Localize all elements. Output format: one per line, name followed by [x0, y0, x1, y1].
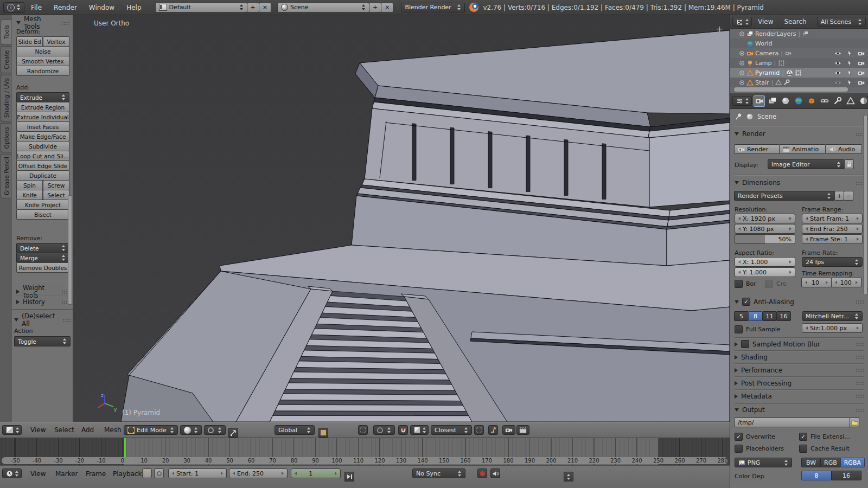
tab-render-layers[interactable] — [767, 95, 778, 107]
render-engine-selector[interactable]: Blender Render — [401, 3, 465, 12]
render-panel-header[interactable]: Render — [735, 130, 864, 138]
start-frame-field[interactable]: Start Fram: 1 — [802, 214, 863, 223]
screen-layout-selector[interactable]: Default — [155, 3, 247, 12]
depth-button[interactable]: 16 — [831, 471, 861, 480]
outliner-editor-type-button[interactable] — [732, 17, 752, 27]
screw-button[interactable]: Screw — [43, 180, 69, 190]
collapsed-panel-header[interactable]: Performance — [735, 363, 864, 376]
action-dropdown[interactable]: Toggle — [14, 336, 71, 346]
tool-button[interactable]: Randomize — [16, 66, 69, 76]
crop-checkbox[interactable]: Cro — [765, 280, 787, 288]
antialiasing-checkbox[interactable] — [742, 298, 750, 306]
delete-layout-button[interactable]: × — [259, 3, 271, 12]
slide-edge-button[interactable]: Slide Ed — [16, 36, 43, 47]
tool-button[interactable]: Duplicate — [16, 170, 69, 181]
merge-dropdown[interactable]: Merge — [16, 253, 69, 263]
tool-button[interactable]: Noise — [16, 46, 69, 56]
visibility-eye-icon[interactable] — [834, 50, 841, 57]
panel-grip[interactable] — [61, 21, 69, 25]
tool-button[interactable]: Inset Faces — [16, 121, 69, 132]
aa-sample-button[interactable]: 11 — [762, 311, 777, 321]
outliner-scope-dropdown[interactable]: All Scenes — [817, 17, 866, 27]
tab-options[interactable]: Options — [1, 123, 11, 152]
resolution-x-field[interactable]: X: 1920 px — [735, 214, 795, 223]
outliner-row-camera[interactable]: Camera| — [730, 48, 868, 58]
properties-editor-type-button[interactable] — [732, 96, 752, 106]
topbar-menu[interactable]: Render — [48, 4, 82, 11]
aa-sample-button[interactable]: 16 — [776, 311, 791, 321]
visibility-eye-icon[interactable] — [834, 60, 841, 67]
info-editor-button[interactable]: i — [3, 2, 24, 13]
history-panel-header[interactable]: History — [16, 298, 69, 306]
opengl-render-button[interactable] — [502, 425, 515, 435]
tool-button[interactable]: Smooth Vertex — [16, 56, 69, 66]
face-select-mode-button[interactable] — [318, 428, 328, 438]
border-checkbox[interactable]: Bor — [735, 280, 756, 288]
timeline-editor-type-button[interactable] — [2, 468, 22, 478]
occlude-geometry-button[interactable] — [358, 425, 368, 435]
timeline-marker-menu[interactable]: Marker — [50, 470, 83, 478]
tool-button[interactable]: Offset Edge Slide — [16, 160, 69, 171]
resolution-y-field[interactable]: Y: 1080 px — [735, 224, 795, 234]
remove-preset-button[interactable]: − — [844, 191, 853, 201]
visibility-eye-icon[interactable] — [834, 79, 841, 86]
expand-icon[interactable] — [739, 60, 745, 66]
tab-render[interactable] — [754, 95, 765, 107]
expand-icon[interactable] — [739, 70, 745, 76]
collapsed-panel-header[interactable]: Post Processing — [735, 376, 864, 389]
outliner-row-stair[interactable]: Stair| — [730, 78, 868, 87]
output-checkbox[interactable]: File Extensi... — [799, 433, 864, 441]
snap-peel-button[interactable] — [474, 425, 484, 435]
selectability-cursor-icon[interactable] — [846, 79, 853, 86]
timeline-view-menu[interactable]: View — [25, 470, 51, 478]
auto-keyframe-button[interactable] — [477, 468, 487, 478]
topbar-menu[interactable]: Window — [84, 4, 120, 11]
renderability-camera-icon[interactable] — [858, 60, 865, 67]
delete-dropdown[interactable]: Delete — [16, 243, 69, 253]
remap-new-field[interactable]: 100 — [831, 278, 861, 287]
channel-button[interactable]: BW — [801, 458, 821, 467]
knife-button[interactable]: Knife — [16, 190, 43, 200]
weight-tools-panel-header[interactable]: Weight Tools — [16, 284, 69, 299]
output-browse-button[interactable] — [850, 418, 859, 427]
resolution-percentage-slider[interactable]: 50% — [735, 234, 795, 244]
renderability-camera-icon[interactable] — [858, 69, 865, 76]
mesh-menu[interactable]: Mesh — [99, 426, 127, 434]
remove-doubles-button[interactable]: Remove Doubles — [16, 262, 69, 273]
output-path-field[interactable]: /tmp/ — [734, 418, 850, 427]
tool-button[interactable]: Loop Cut and Sli... — [16, 151, 69, 161]
scene-selector[interactable]: Scene — [277, 3, 369, 12]
snap-toggle-button[interactable] — [398, 425, 408, 435]
remap-old-field[interactable]: 10 — [801, 278, 832, 287]
tool-button[interactable]: Extrude Individual — [16, 112, 69, 122]
aa-sample-button[interactable]: 5 — [734, 311, 749, 321]
channel-button[interactable]: RGB — [820, 458, 841, 467]
properties-scrollbar[interactable] — [863, 115, 867, 295]
tab-data[interactable] — [845, 95, 856, 107]
topbar-menu[interactable]: Help — [121, 4, 146, 11]
end-frame-field[interactable]: End: 250 — [229, 468, 288, 478]
selectability-cursor-icon[interactable] — [846, 60, 853, 66]
outliner-row-renderlayers[interactable]: RenderLayers| — [730, 29, 868, 38]
outliner-row-lamp[interactable]: Lamp| — [730, 58, 868, 68]
antialiasing-panel-header[interactable]: Anti-Aliasing — [735, 298, 864, 306]
output-checkbox[interactable]: Cache Result — [799, 445, 864, 453]
tab-modifiers[interactable] — [832, 95, 843, 107]
add-layout-button[interactable]: + — [247, 3, 259, 12]
preview-range-clear-button[interactable] — [154, 468, 164, 478]
slide-vertex-button[interactable]: Vertex — [43, 36, 69, 47]
expand-icon[interactable] — [739, 31, 745, 37]
timeline-playback-menu[interactable]: Playback — [107, 470, 148, 478]
render-audio-button[interactable]: Audio — [825, 144, 862, 154]
tool-button[interactable]: Subdivide — [16, 141, 69, 151]
output-checkbox[interactable]: Placeholders — [735, 445, 799, 453]
timeline-ruler[interactable]: -50-40-30-20-100102030405060708090100110… — [0, 438, 730, 465]
manipulator-scale-button[interactable] — [228, 428, 238, 438]
mode-dropdown[interactable]: Edit Mode — [124, 425, 178, 435]
tab-scene[interactable] — [780, 95, 791, 107]
selectability-cursor-icon[interactable] — [846, 69, 853, 76]
tab-shading-uvs[interactable]: Shading / UVs — [1, 75, 11, 121]
file-format-dropdown[interactable]: PNG — [735, 458, 792, 467]
aa-filter-dropdown[interactable]: Mitchell-Netr... — [802, 311, 863, 321]
tab-tools[interactable]: Tools — [1, 20, 11, 44]
